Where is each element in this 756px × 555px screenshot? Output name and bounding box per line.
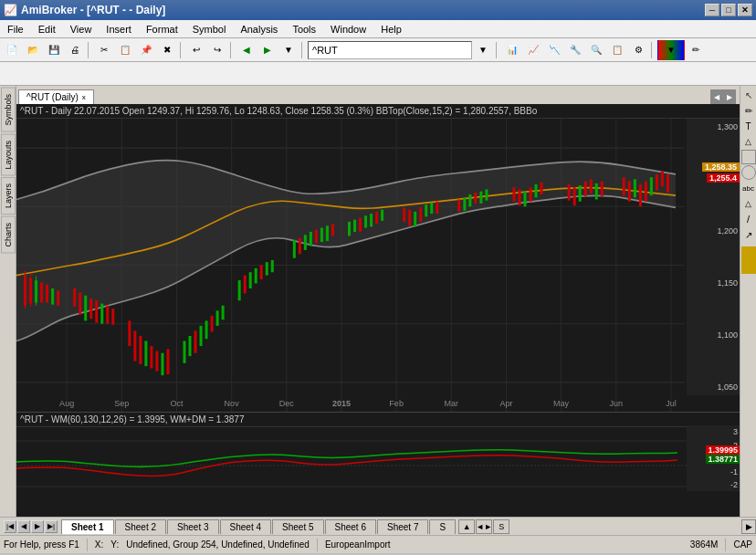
chart-btn3[interactable]: 📉	[544, 40, 564, 60]
close-button[interactable]: ✕	[738, 4, 752, 16]
svg-text:Oct: Oct	[170, 398, 183, 409]
abc-tool[interactable]: abc	[741, 181, 756, 195]
sheet-scroll-right[interactable]: ▶	[741, 519, 756, 534]
svg-rect-90	[535, 184, 538, 197]
back-button[interactable]: ◀	[236, 40, 257, 60]
symbols-tab[interactable]: Symbols	[1, 88, 16, 132]
minimize-button[interactable]: ─	[705, 4, 719, 16]
svg-rect-92	[568, 184, 571, 201]
ellipse-tool[interactable]	[741, 165, 756, 180]
fib-tool[interactable]: △	[741, 196, 756, 211]
chart-info-text: ^RUT - Daily 22.07.2015 Open 1249.37, Hi…	[20, 106, 537, 116]
chart-info-bar: ^RUT - Daily 22.07.2015 Open 1249.37, Hi…	[16, 104, 740, 119]
open-button[interactable]: 📂	[23, 40, 43, 60]
menu-edit[interactable]: Edit	[31, 20, 63, 37]
svg-rect-27	[73, 288, 76, 307]
new-button[interactable]: 📄	[2, 40, 22, 60]
copy-button[interactable]: 📋	[115, 40, 135, 60]
caps-lock-indicator: CAP	[733, 539, 752, 550]
chart-scroll-right[interactable]: ▶	[723, 89, 736, 104]
chart-scroll-left[interactable]: ◀	[710, 89, 723, 104]
sheet-tab-1[interactable]: Sheet 1	[61, 519, 114, 534]
ticker-input[interactable]: ^RUT	[308, 41, 472, 59]
main-toolbar: 📄 📂 💾 🖨 ✂ 📋 📌 ✖ ↩ ↪ ◀ ▶ ▼ ^RUT ▼ 📊 📈 📉 🔧…	[0, 38, 756, 62]
svg-rect-49	[216, 310, 219, 326]
layouts-tab[interactable]: Layouts	[1, 134, 16, 176]
svg-rect-44	[189, 336, 192, 356]
chart-btn1[interactable]: 📊	[502, 40, 522, 60]
chart-btn5[interactable]: 🔍	[586, 40, 606, 60]
sheet-tab-s[interactable]: S	[429, 519, 456, 534]
menu-file[interactable]: File	[0, 20, 31, 37]
trendline-tool[interactable]: /	[741, 212, 756, 226]
menu-tools[interactable]: Tools	[285, 20, 323, 37]
svg-rect-29	[84, 296, 87, 321]
forward-button[interactable]: ▶	[257, 40, 278, 60]
rect-tool[interactable]	[741, 150, 756, 164]
svg-rect-75	[414, 212, 416, 227]
sheet-tab-2[interactable]: Sheet 2	[115, 519, 166, 534]
text-tool[interactable]: T	[741, 119, 756, 133]
menu-window[interactable]: Window	[323, 20, 373, 37]
sheet-tab-6[interactable]: Sheet 6	[325, 519, 376, 534]
paste-button[interactable]: 📌	[136, 40, 156, 60]
sheet-last-btn[interactable]: ▶|	[45, 520, 58, 533]
svg-rect-85	[485, 189, 488, 200]
indicator-label-2: 1.38771	[706, 455, 740, 464]
redo-button[interactable]: ↪	[207, 40, 227, 60]
pen-btn[interactable]: ✏	[686, 40, 706, 60]
layers-tab[interactable]: Layers	[1, 177, 16, 215]
svg-rect-43	[183, 341, 185, 363]
chart-tab-rut[interactable]: ^RUT (Daily) x	[18, 89, 94, 104]
sheet-icon-2[interactable]: ◄►	[476, 519, 492, 534]
svg-rect-74	[408, 210, 411, 226]
color-picker-tool[interactable]	[741, 246, 756, 274]
undo-button[interactable]: ↩	[186, 40, 206, 60]
svg-rect-95	[584, 182, 587, 197]
pointer-tool[interactable]: ↖	[741, 88, 756, 102]
sheet-icon-1[interactable]: ▲	[458, 519, 475, 534]
title-text: AmiBroker - [^RUT - - Daily]	[21, 4, 165, 16]
sep2	[180, 42, 184, 58]
charts-tab[interactable]: Charts	[1, 216, 16, 254]
menu-view[interactable]: View	[63, 20, 100, 37]
sheet-tab-5[interactable]: Sheet 5	[272, 519, 323, 534]
chart-tab-close[interactable]: x	[82, 93, 86, 101]
price-1200: 1,200	[688, 226, 738, 236]
sheet-icon-3[interactable]: S	[493, 519, 509, 534]
pencil-tool[interactable]: ✏	[741, 103, 756, 118]
menu-insert[interactable]: Insert	[99, 20, 139, 37]
arrow-tool[interactable]: ↗	[741, 227, 756, 242]
svg-rect-72	[381, 210, 383, 221]
menu-analysis[interactable]: Analysis	[233, 20, 285, 37]
menu-format[interactable]: Format	[139, 20, 185, 37]
sheet-tab-7[interactable]: Sheet 7	[377, 519, 428, 534]
chart-btn6[interactable]: 📋	[607, 40, 627, 60]
triangle-tool[interactable]: △	[741, 134, 756, 149]
svg-rect-47	[205, 320, 208, 339]
svg-rect-57	[271, 260, 274, 272]
svg-text:Mar: Mar	[445, 398, 459, 409]
sheet-tab-3[interactable]: Sheet 3	[167, 519, 218, 534]
cut-button[interactable]: ✂	[94, 40, 114, 60]
chart-tabs-bar: ^RUT (Daily) x ◀ ▶	[16, 86, 740, 104]
price-chart[interactable]: Aug Sep Oct Nov Dec 2015 Feb Mar Apr May…	[16, 119, 740, 412]
maximize-button[interactable]: □	[721, 4, 736, 16]
svg-rect-77	[425, 204, 427, 216]
save-button[interactable]: 💾	[44, 40, 64, 60]
chart-btn2[interactable]: 📈	[523, 40, 543, 60]
chart-btn4[interactable]: 🔧	[565, 40, 585, 60]
sheet-prev-btn[interactable]: ◀	[17, 520, 30, 533]
svg-rect-66	[348, 222, 351, 236]
delete-button[interactable]: ✖	[157, 40, 177, 60]
print-button[interactable]: 🖨	[65, 40, 85, 60]
sheet-tab-4[interactable]: Sheet 4	[220, 519, 271, 534]
color-btn[interactable]: ▼	[657, 40, 685, 60]
ticker-go[interactable]: ▼	[473, 40, 493, 60]
sheet-next-btn[interactable]: ▶	[31, 520, 44, 533]
chart-btn7[interactable]: ⚙	[628, 40, 648, 60]
menu-help[interactable]: Help	[373, 20, 409, 37]
menu-symbol[interactable]: Symbol	[185, 20, 234, 37]
more-button[interactable]: ▼	[278, 40, 299, 60]
sheet-first-btn[interactable]: |◀	[4, 520, 16, 533]
